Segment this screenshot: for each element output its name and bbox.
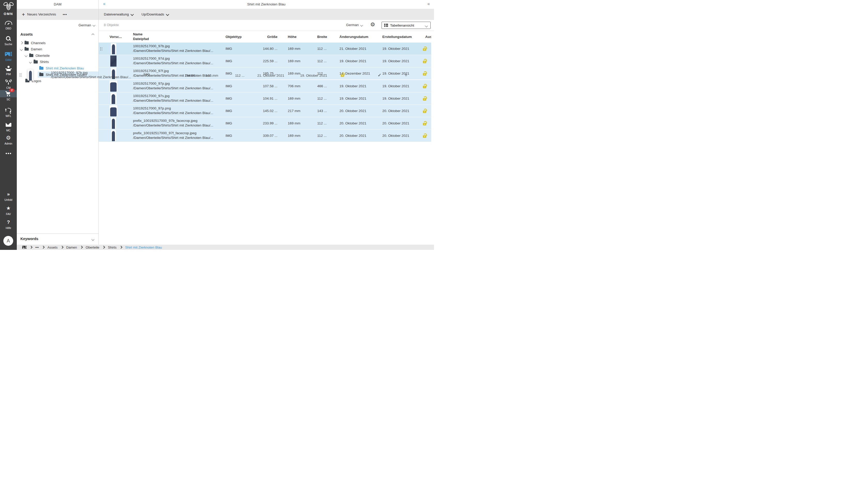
- folder-icon: [24, 48, 29, 51]
- more-options-button[interactable]: •••: [63, 12, 67, 16]
- question-glyph: ?: [7, 219, 10, 225]
- sidebar-item-pim[interactable]: PIM: [0, 65, 17, 76]
- avatar[interactable]: A: [3, 236, 13, 246]
- unlock-icon[interactable]: [423, 134, 427, 138]
- breadcrumb-item-shirt-mit-zierknoten-blau[interactable]: Shirt mit Zierknoten Blau: [125, 246, 162, 249]
- tree-item-damen[interactable]: Damen: [17, 46, 98, 53]
- column-header-width[interactable]: Breite: [317, 31, 327, 43]
- column-header-name-path[interactable]: Name Dateipfad: [133, 32, 149, 41]
- tree-item-logos[interactable]: Logos: [17, 78, 98, 84]
- tree-item-shirt-mit-zierknoten-blau[interactable]: Shirt mit Zierknoten Blau: [17, 65, 98, 71]
- cell-name: 100192517000_97b.jpg: [133, 44, 170, 48]
- tree-item-shirt-mit-zierknoten-gruen[interactable]: Shirt mit Zierknoten Gruen: [17, 71, 98, 78]
- chevron-right-icon: [42, 246, 45, 249]
- drag-handle[interactable]: [100, 47, 102, 50]
- bee-icon: [3, 2, 14, 11]
- table-row[interactable]: prefix_100192517000_97b_facecrop.jpeg/Da…: [99, 117, 431, 129]
- thumbnail-model-bag: [111, 93, 116, 104]
- breadcrumb-item-shirts[interactable]: Shirts: [108, 246, 116, 249]
- unlock-icon[interactable]: [423, 46, 427, 51]
- unlock-icon[interactable]: [423, 109, 427, 113]
- table-row[interactable]: 100192517000_97p.png/Damen/Oberteile/Shi…: [99, 105, 431, 117]
- sidebar-item-unfold[interactable]: »Unfold: [0, 191, 17, 201]
- tree-item-label: Oberteile: [36, 54, 50, 58]
- column-header-size[interactable]: Größe: [243, 31, 277, 43]
- menu-up-downloads[interactable]: Up/Downloads: [142, 12, 169, 16]
- column-header-name: Name: [133, 32, 149, 37]
- sidebar-item-fav[interactable]: ★FAV: [0, 205, 17, 216]
- column-header-created[interactable]: Erstellungsdatum: [382, 31, 412, 43]
- breadcrumb-item-oberteile[interactable]: Oberteile: [86, 246, 99, 249]
- language-select[interactable]: German: [346, 23, 363, 27]
- sidebar-item-dbd[interactable]: DBD: [0, 19, 17, 30]
- folder-icon: [39, 67, 43, 70]
- breadcrumb-item--[interactable]: •••: [35, 246, 39, 249]
- page-title: Shirt mit Zierknoten Blau: [99, 0, 434, 9]
- sidebar-item-suche[interactable]: Suche: [0, 35, 17, 46]
- breadcrumb-item-damen[interactable]: Damen: [66, 246, 77, 249]
- chevron-right-icon[interactable]: [20, 42, 23, 44]
- breadcrumb-item-assets[interactable]: Assets: [47, 246, 58, 249]
- thumbnail-fabric-detail: [110, 56, 116, 67]
- panel-language-select[interactable]: German: [79, 20, 95, 30]
- sidebar-item-cm[interactable]: CM: [0, 79, 17, 89]
- sidebar-item-hilfe[interactable]: ?Hilfe: [0, 219, 17, 229]
- column-header-modified[interactable]: Änderungsdatum: [340, 31, 368, 43]
- omn-logo[interactable]: OMN: [0, 2, 17, 16]
- cell-size: 145.02 ...: [243, 105, 277, 117]
- cell-name: 100192517000_97p.png: [133, 106, 171, 111]
- chevron-down-icon: [91, 238, 94, 241]
- table-row[interactable]: 100192517000_97d.jpg/Damen/Oberteile/Shi…: [99, 55, 431, 67]
- cell-lock: [423, 46, 427, 52]
- table-view-icon: [384, 24, 388, 27]
- unlock-icon[interactable]: [423, 121, 427, 125]
- menu-dateiverwaltung[interactable]: Dateiverwaltung: [104, 12, 133, 16]
- tree-root[interactable]: Assets: [17, 32, 98, 38]
- table-row[interactable]: 100192517000_97b.jpg/Damen/Oberteile/Shi…: [99, 43, 431, 55]
- cell-size: 225.59 ...: [243, 55, 277, 67]
- view-selector-value: Tabellenansicht: [390, 23, 414, 27]
- chevron-down-icon[interactable]: [20, 48, 23, 50]
- sidebar-item-more[interactable]: [0, 150, 17, 157]
- column-header-type[interactable]: Objekttyp: [225, 31, 242, 43]
- tree-item-oberteile[interactable]: Oberteile: [17, 53, 98, 59]
- unlock-icon[interactable]: [423, 96, 427, 101]
- unlock-icon[interactable]: [423, 71, 427, 76]
- cell-path: /Damen/Oberteile/Shirts/Shirt mit Zierkn…: [133, 123, 213, 127]
- sidebar-item-wfl[interactable]: WFL: [0, 106, 17, 117]
- tree-item-channels[interactable]: Channels: [17, 40, 98, 46]
- new-directory-button[interactable]: + Neues Verzeichnis: [22, 12, 56, 17]
- cell-modified: 14. Dezember 2021: [340, 67, 379, 80]
- unlock-icon[interactable]: [423, 84, 427, 88]
- table-row[interactable]: 100192517000_97s.jpg/Damen/Oberteile/Shi…: [99, 92, 431, 104]
- unlock-icon[interactable]: [423, 59, 427, 63]
- table-row[interactable]: 100192517000_97f.jpg/Damen/Oberteile/Shi…: [99, 67, 431, 80]
- chevron-down-icon[interactable]: [24, 54, 27, 57]
- cell-name: 100192517000_97d.jpg: [133, 56, 170, 61]
- cell-type: IMG: [225, 105, 241, 117]
- shirt-figure: [112, 94, 115, 104]
- star-glyph: ★: [6, 205, 11, 211]
- table-row[interactable]: 100192517000_97p.jpg/Damen/Oberteile/Shi…: [99, 80, 431, 92]
- sidebar-item-label: Unfold: [0, 198, 17, 201]
- tree-item-shirts[interactable]: Shirts: [17, 59, 98, 65]
- folder-icon: [34, 60, 38, 64]
- table-row[interactable]: prefix_100192517000_97f_facecrop.jpeg/Da…: [99, 129, 431, 142]
- view-selector[interactable]: Tabellenansicht: [381, 22, 431, 29]
- column-header-height[interactable]: Höhe: [288, 31, 297, 43]
- keywords-section[interactable]: Keywords: [17, 234, 98, 245]
- collapse-panel-right-button[interactable]: «: [427, 1, 430, 7]
- sidebar-item-mc[interactable]: MC: [0, 121, 17, 132]
- star-icon: ★: [0, 205, 17, 212]
- scrollbar-gutter[interactable]: [431, 31, 434, 245]
- sidebar-item-dam[interactable]: DAM: [0, 50, 17, 61]
- cell-height: 169 mm: [288, 129, 311, 142]
- column-header-preview[interactable]: Vorsc...: [110, 31, 122, 43]
- shirt-figure: [110, 82, 116, 91]
- chevron-right-icon: [60, 246, 63, 249]
- asset-browser: « Shirt mit Zierknoten Blau « Dateiverwa…: [99, 0, 434, 245]
- gear-icon[interactable]: ⚙: [370, 21, 375, 27]
- chevron-down-icon[interactable]: [29, 60, 32, 63]
- sidebar-item-sc[interactable]: 2SC: [0, 90, 17, 101]
- sidebar-item-admin[interactable]: ⚙Admin: [0, 134, 17, 145]
